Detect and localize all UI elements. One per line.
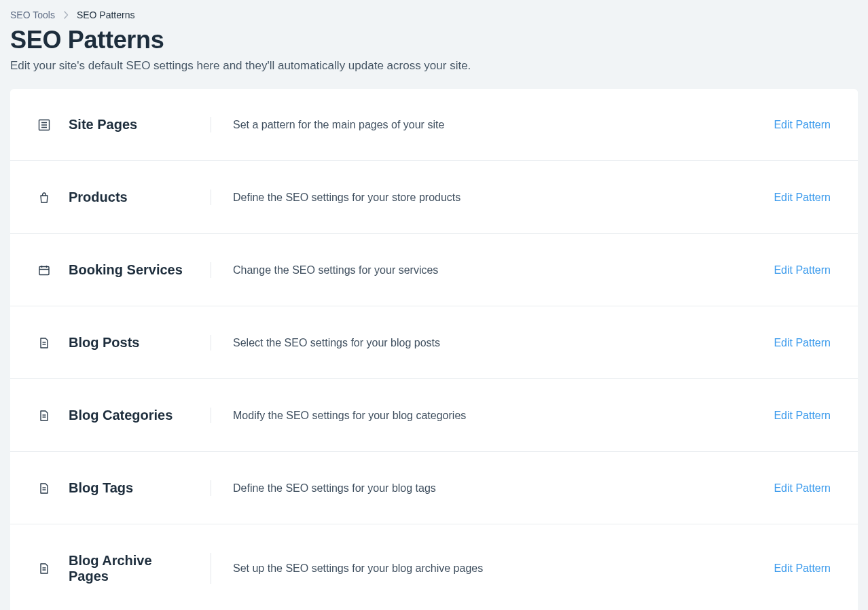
pattern-row-site-pages[interactable]: Site Pages Set a pattern for the main pa… [10,89,858,161]
svg-rect-4 [39,266,49,274]
pattern-row-blog-posts[interactable]: Blog Posts Select the SEO settings for y… [10,307,858,379]
page-subtitle: Edit your site's default SEO settings he… [10,59,858,73]
pattern-title: Products [69,190,194,205]
pattern-description: Modify the SEO settings for your blog ca… [211,410,774,422]
pattern-row-blog-categories[interactable]: Blog Categories Modify the SEO settings … [10,380,858,452]
edit-pattern-link[interactable]: Edit Pattern [774,264,831,276]
edit-pattern-link[interactable]: Edit Pattern [774,562,831,575]
chevron-right-icon [63,11,69,19]
edit-pattern-link[interactable]: Edit Pattern [774,119,831,131]
edit-pattern-link[interactable]: Edit Pattern [774,482,831,495]
document-icon [37,562,51,575]
pattern-title: Booking Services [69,262,194,278]
pattern-title: Site Pages [69,117,194,132]
pattern-description: Set up the SEO settings for your blog ar… [211,562,774,575]
bag-icon [37,191,51,204]
pattern-description: Define the SEO settings for your store p… [211,192,774,204]
breadcrumb: SEO Tools SEO Patterns [10,10,858,20]
pattern-title: Blog Posts [69,335,194,351]
edit-pattern-link[interactable]: Edit Pattern [774,410,831,422]
edit-pattern-link[interactable]: Edit Pattern [774,337,831,349]
page-title: SEO Patterns [10,26,858,54]
pattern-title: Blog Tags [69,480,194,496]
pattern-title: Blog Archive Pages [69,553,194,584]
pattern-row-booking[interactable]: Booking Services Change the SEO settings… [10,234,858,306]
pattern-description: Change the SEO settings for your service… [211,264,774,276]
document-icon [37,336,51,350]
breadcrumb-current: SEO Patterns [77,10,135,20]
document-icon [37,409,51,423]
pattern-description: Select the SEO settings for your blog po… [211,337,774,349]
breadcrumb-parent[interactable]: SEO Tools [10,10,55,20]
document-icon [37,482,51,495]
pattern-description: Set a pattern for the main pages of your… [211,119,774,131]
pattern-row-blog-archive[interactable]: Blog Archive Pages Set up the SEO settin… [10,525,858,610]
patterns-list: Site Pages Set a pattern for the main pa… [10,89,858,610]
page-icon [37,118,51,132]
pattern-row-blog-tags[interactable]: Blog Tags Define the SEO settings for yo… [10,452,858,524]
pattern-title: Blog Categories [69,408,194,423]
edit-pattern-link[interactable]: Edit Pattern [774,192,831,204]
pattern-row-products[interactable]: Products Define the SEO settings for you… [10,162,858,234]
pattern-description: Define the SEO settings for your blog ta… [211,482,774,495]
calendar-icon [37,264,51,277]
